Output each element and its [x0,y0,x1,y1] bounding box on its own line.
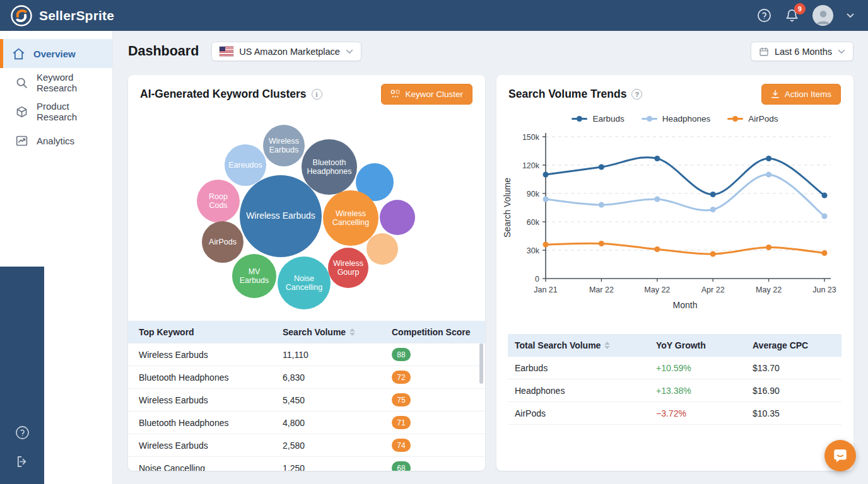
chevron-down-icon[interactable] [847,13,854,18]
chat-bubble-icon [832,447,848,464]
info-icon[interactable]: i [312,89,322,100]
logout-icon[interactable] [15,454,30,469]
keyword-bubble[interactable]: Wireless Earbuds [240,175,322,257]
table-row: Noise Cancelling 1,250 68 [128,457,485,471]
sidebar-item-label: Overview [33,49,76,59]
brand[interactable]: SellerSprite [10,4,114,27]
volume-table: Total Search Volume YoY Growth Average C… [508,334,842,425]
svg-text:May 22: May 22 [644,285,670,294]
sort-icon [604,342,610,349]
column-header: Average CPC [753,340,842,350]
card-title: AI-Generated Keyword Clusters [140,88,307,101]
column-header: Top Keyword [139,327,283,337]
sidebar-rail [0,267,44,484]
marketplace-select[interactable]: US Amazon Marketplace [211,42,361,61]
legend-item[interactable]: Headphones [642,114,711,124]
notification-badge: 9 [794,3,806,14]
marketplace-value: US Amazon Marketplace [239,47,340,57]
competition-score-badge: 68 [392,461,411,471]
svg-text:30k: 30k [527,246,540,255]
keyword-bubble[interactable]: Noise Cancelling [278,256,331,309]
volume-table-header: Total Search Volume YoY Growth Average C… [508,334,842,357]
keyword-bubble[interactable]: MV Earbuds [232,254,276,298]
page-title: Dashboard [128,43,199,59]
sidebar-item-product-research[interactable]: Product Research [0,97,112,126]
keyword-bubble[interactable]: Wireless Cancelling [323,190,378,246]
sidebar-item-analytics[interactable]: Analytics [0,126,112,155]
legend-item[interactable]: Earbuds [572,114,624,124]
help-icon[interactable] [757,8,771,23]
date-range-value: Last 6 Months [775,47,832,57]
info-icon[interactable]: ? [631,89,642,100]
keyword-bubble[interactable]: Bluetooth Headphones [302,139,357,195]
keyword-bubble[interactable]: Wireless Gourp [328,248,368,288]
action-items-button[interactable]: Action Items [761,84,841,105]
svg-text:Mar 22: Mar 22 [589,285,614,294]
table-row: Headphones +13.38% $16.90 [508,379,842,402]
cluster-icon [390,89,400,99]
sort-icon [349,328,355,336]
yoy-growth: +10.59% [656,363,753,373]
svg-text:Jun 23: Jun 23 [812,285,836,294]
svg-text:60k: 60k [527,218,540,227]
table-row: Wireless Earbuds 2,580 74 [128,434,485,457]
yoy-growth: −3.72% [656,408,753,418]
keyword-clusters-card: AI-Generated Keyword Clusters i Keywor C… [128,75,485,471]
package-icon [15,105,28,118]
table-row: Earbuds +10.59% $13.70 [508,357,842,379]
competition-score-badge: 75 [392,393,411,406]
keyword-bubble[interactable] [367,233,398,265]
table-scrollbar[interactable] [479,343,483,384]
column-header-sortable[interactable]: Search Volume [283,327,392,337]
date-range-select[interactable]: Last 6 Months [751,42,853,61]
column-header-sortable[interactable]: Total Search Volume [515,340,656,350]
home-icon [12,47,25,60]
keyword-bubble[interactable]: Eareudos [225,144,266,186]
line-chart: 030k60k90k120k150kJan 21Mar 22May 22Apr … [501,124,848,313]
top-navbar: SellerSprite 9 [0,0,868,31]
sidebar-item-keyword-research[interactable]: Keyword Research [0,68,112,97]
avatar[interactable] [812,5,833,26]
us-flag-icon [220,47,233,56]
sidebar-item-overview[interactable]: Overview [0,39,112,68]
help-icon[interactable] [15,425,30,440]
table-row: Bluetooth Headphones 4,800 71 [128,412,485,434]
keyword-table-header: Top Keyword Search Volume Competition Sc… [128,321,485,343]
notifications-bell[interactable]: 9 [785,8,799,23]
table-row: Wireless Earbuds 11,110 88 [128,343,485,366]
svg-text:May 22: May 22 [756,285,782,294]
sidebar-item-label: Product Research [37,101,112,122]
column-header: Competition Score [392,327,485,337]
chat-button[interactable] [824,440,856,471]
table-row: AirPods −3.72% $10.35 [508,402,842,425]
svg-text:Jan 21: Jan 21 [534,285,558,294]
table-row: Wireless Earbuds 5,450 75 [128,389,485,412]
svg-text:Month: Month [673,300,698,310]
brand-name: SellerSprite [39,8,114,23]
search-volume-trends-card: Search Volume Trends ? Action Items Earb… [496,75,853,471]
keyword-bubble[interactable]: Wireless Earbuds [263,125,305,166]
keyword-table: Top Keyword Search Volume Competition Sc… [128,321,485,471]
svg-text:120k: 120k [522,161,540,170]
chevron-down-icon [838,49,845,54]
download-icon [771,89,780,99]
main-content: Dashboard US Amazon Marketplace Last 6 M… [114,31,868,484]
svg-text:150k: 150k [522,133,540,142]
competition-score-badge: 74 [392,439,411,452]
competition-score-badge: 88 [392,348,411,361]
svg-text:0: 0 [535,275,539,284]
svg-text:90k: 90k [527,190,540,199]
legend-item[interactable]: AirPods [727,114,778,124]
card-title: Search Volume Trends [508,88,626,101]
keyword-bubble[interactable]: Roop Cods [197,180,240,222]
keyword-bubble[interactable] [380,200,415,235]
keyword-cluster-button[interactable]: Keywor Cluster [381,84,472,105]
svg-text:Apr 22: Apr 22 [701,285,725,294]
line-chart-icon [15,134,28,147]
competition-score-badge: 71 [392,416,411,429]
calendar-icon [759,47,769,57]
page-header: Dashboard US Amazon Marketplace Last 6 M… [128,42,853,61]
chart-legend: EarbudsHeadphonesAirPods [496,114,853,124]
keyword-bubble[interactable]: AirPods [202,221,243,263]
keyword-bubble-chart: Wireless EarbudsEareudosBluetooth Headph… [128,105,485,319]
